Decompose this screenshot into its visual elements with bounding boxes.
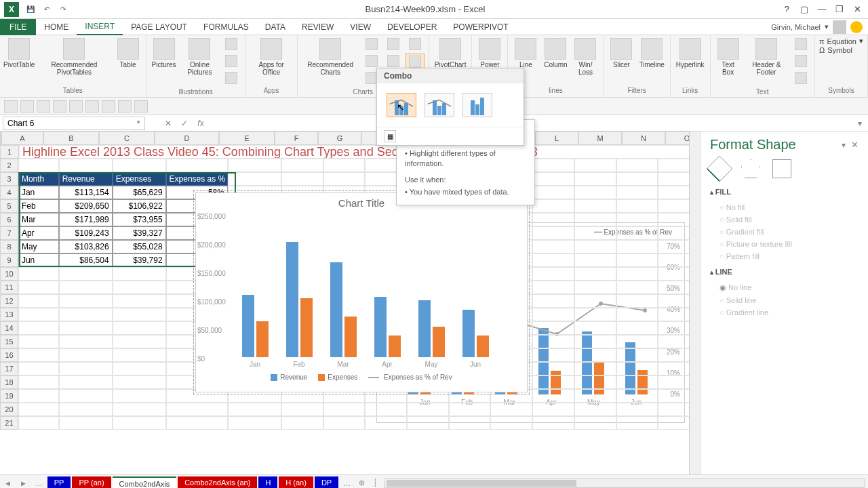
row-header[interactable]: 18 [0, 375, 18, 389]
cell[interactable] [113, 335, 166, 348]
cell[interactable] [532, 375, 574, 389]
pictures-button[interactable]: Pictures [151, 37, 178, 70]
cell[interactable]: $171,989 [59, 213, 113, 226]
column-header[interactable]: D [155, 131, 219, 145]
tab-powerpivot[interactable]: POWERPIVOT [445, 20, 516, 35]
cell[interactable]: Feb [18, 199, 59, 213]
qat-icon[interactable] [37, 100, 50, 113]
sigline-button[interactable] [791, 54, 810, 70]
cell[interactable] [59, 281, 113, 294]
avatar-icon[interactable] [833, 20, 846, 34]
symbol-button[interactable]: Ω Symbol [819, 46, 852, 54]
sheet-tab[interactable]: PP (an) [72, 476, 111, 489]
solid-line-radio[interactable]: Solid line [710, 294, 859, 306]
cell[interactable] [574, 389, 616, 403]
sheet-tab[interactable]: PP [47, 476, 71, 489]
cell[interactable] [532, 294, 574, 308]
cell[interactable]: Revenue [59, 172, 113, 186]
effects-tab-icon[interactable] [741, 159, 760, 178]
cell[interactable] [574, 308, 616, 321]
chart-combo-foreground[interactable]: Chart Title $250,000 $200,000 $150,000 $… [195, 192, 528, 392]
cell[interactable] [616, 267, 658, 281]
column-header[interactable]: G [318, 131, 361, 145]
cell[interactable] [113, 281, 166, 294]
cell[interactable] [281, 403, 323, 416]
hyperlink-button[interactable]: Hyperlink [675, 37, 706, 70]
tab-insert[interactable]: INSERT [77, 19, 123, 35]
cell[interactable] [574, 348, 616, 362]
row-header[interactable]: 10 [0, 267, 18, 281]
cell[interactable] [113, 267, 166, 281]
cell[interactable] [323, 403, 366, 416]
enter-formula-icon[interactable]: ✓ [176, 119, 193, 128]
cell[interactable] [113, 389, 166, 403]
cell[interactable] [113, 362, 166, 375]
cell[interactable] [228, 416, 281, 430]
sheet-tab[interactable]: H [258, 476, 277, 489]
cell[interactable] [616, 172, 658, 186]
cell[interactable] [532, 213, 574, 226]
cell[interactable] [113, 294, 166, 308]
row-header[interactable]: 2 [0, 159, 18, 172]
cell[interactable] [18, 362, 59, 375]
qat-undo-icon[interactable]: ↶ [39, 3, 54, 16]
row-header[interactable]: 19 [0, 389, 18, 403]
cell[interactable] [574, 281, 616, 294]
cell[interactable] [532, 281, 574, 294]
sparkline-line-button[interactable]: Line [512, 37, 539, 70]
cell[interactable] [228, 172, 281, 186]
cell[interactable] [574, 186, 616, 199]
powerview-button[interactable]: Power [476, 37, 503, 70]
cell[interactable]: $39,792 [113, 253, 166, 267]
cell[interactable] [616, 403, 658, 416]
cell[interactable] [281, 159, 323, 172]
minimize-icon[interactable]: — [814, 3, 830, 16]
row-header[interactable]: 11 [0, 281, 18, 294]
cell[interactable]: $86,504 [59, 253, 113, 267]
cell[interactable]: $109,243 [59, 226, 113, 240]
column-chart-button[interactable] [362, 37, 381, 53]
cell[interactable] [18, 348, 59, 362]
qat-icon[interactable] [69, 100, 83, 113]
sheet-nav-prev-icon[interactable]: ◄ [0, 479, 16, 487]
spreadsheet-grid[interactable]: ABCDEFGHIJKLMNO 1Highline Excel 2013 Cla… [0, 131, 700, 474]
cell[interactable] [532, 226, 574, 240]
sparkline-winloss-button[interactable]: Win/ Loss [572, 37, 599, 77]
cell[interactable] [532, 389, 574, 403]
row-header[interactable]: 15 [0, 335, 18, 348]
new-sheet-icon[interactable]: ⊕ [355, 479, 369, 487]
cell[interactable] [323, 159, 366, 172]
cell[interactable] [574, 199, 616, 213]
column-header[interactable]: F [275, 131, 318, 145]
cell[interactable] [532, 172, 574, 186]
cell[interactable]: Mar [18, 213, 59, 226]
cell[interactable] [449, 403, 491, 416]
tab-review[interactable]: REVIEW [294, 20, 342, 35]
row-header[interactable]: 4 [0, 186, 18, 199]
cell[interactable] [18, 159, 59, 172]
cell[interactable] [616, 253, 658, 267]
cell[interactable] [616, 389, 658, 403]
pivotchart-button[interactable]: PivotChart [433, 37, 468, 70]
cell[interactable] [616, 348, 658, 362]
qat-icon[interactable] [4, 100, 18, 113]
cell[interactable] [113, 308, 166, 321]
cell[interactable] [616, 294, 658, 308]
sheet-tab[interactable]: H (an) [279, 476, 313, 489]
cell[interactable] [59, 403, 113, 416]
cell[interactable] [574, 335, 616, 348]
qat-icon[interactable] [134, 100, 148, 113]
column-header[interactable]: L [535, 131, 578, 145]
cell[interactable] [574, 267, 616, 281]
cell[interactable] [616, 321, 658, 335]
size-props-tab-icon[interactable] [772, 159, 791, 178]
cell[interactable] [532, 199, 574, 213]
fill-line-tab-icon[interactable] [706, 155, 733, 182]
qat-icon[interactable] [53, 100, 66, 113]
row-header[interactable]: 7 [0, 226, 18, 240]
cell[interactable] [228, 403, 281, 416]
cell[interactable] [323, 172, 366, 186]
line-section[interactable]: LINE [710, 268, 859, 276]
apps-button[interactable]: Apps for Office [250, 37, 292, 77]
cell[interactable] [365, 416, 407, 430]
